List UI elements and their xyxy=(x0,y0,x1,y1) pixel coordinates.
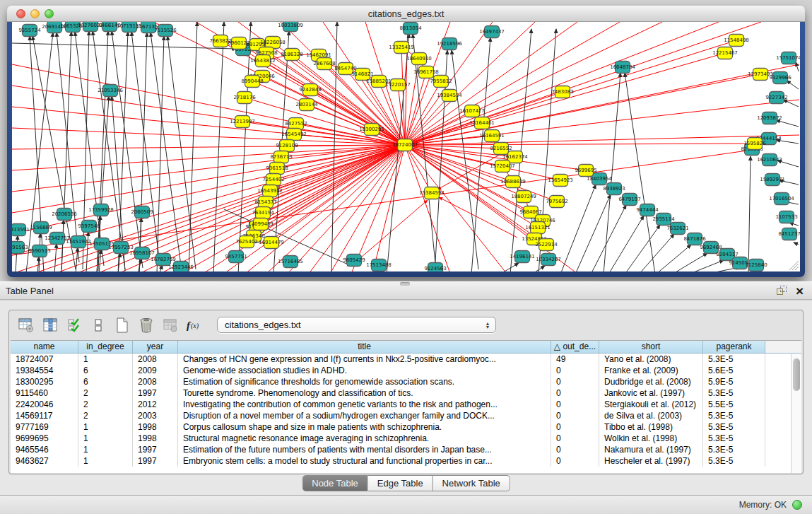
table-cell[interactable]: 0 xyxy=(551,387,599,399)
network-node[interactable]: 8471876 xyxy=(683,233,706,245)
network-node[interactable]: 8186328 xyxy=(281,49,302,61)
table-cell[interactable]: Nakamura et al. (1997) xyxy=(599,444,703,455)
scrollbar-thumb[interactable] xyxy=(793,358,800,391)
network-node[interactable]: 3913591 xyxy=(12,224,30,236)
table-cell[interactable]: 9699695 xyxy=(11,433,78,444)
table-row[interactable]: 1830029562008Estimation of significance … xyxy=(11,376,801,387)
column-header-title[interactable]: title xyxy=(178,341,551,353)
table-row[interactable]: 977716911998Corpus callosum shape and si… xyxy=(11,421,801,433)
network-node[interactable]: 12215467 xyxy=(712,47,738,59)
table-cell[interactable]: 2003 xyxy=(133,410,178,421)
create-column-button[interactable] xyxy=(112,315,132,335)
table-cell[interactable]: 5.3E-5 xyxy=(703,387,765,399)
table-cell[interactable]: Tourette syndrome. Phenomenology and cla… xyxy=(178,387,551,399)
minimize-window-icon[interactable] xyxy=(30,9,40,18)
network-graph[interactable]: 9355724206914061065328713276021646614010… xyxy=(12,22,800,271)
zoom-window-icon[interactable] xyxy=(45,9,54,18)
table-row[interactable]: 946554611997Estimation of the future num… xyxy=(11,444,801,455)
table-row[interactable]: 911546021997Tourette syndrome. Phenomeno… xyxy=(11,387,801,399)
table-row[interactable]: 1456911722003Disruption of a novel membe… xyxy=(11,410,801,421)
network-node[interactable]: 12923446 xyxy=(168,262,194,272)
table-cell[interactable]: 0 xyxy=(551,376,599,387)
table-cell[interactable]: 2 xyxy=(78,399,133,410)
table-cell[interactable]: Estimation of significance thresholds fo… xyxy=(178,376,551,387)
network-node[interactable]: 14196141 xyxy=(510,251,535,263)
table-cell[interactable]: 1 xyxy=(78,455,133,467)
table-cell[interactable]: 2008 xyxy=(133,354,178,365)
network-node[interactable]: 15716485 xyxy=(278,256,303,268)
network-node[interactable]: 1156869 xyxy=(30,222,52,234)
table-cell[interactable]: Tibbo et al. (1998) xyxy=(599,421,703,433)
table-row[interactable]: 1872400712008Changes of HCN gene express… xyxy=(11,354,801,365)
table-cell[interactable]: 0 xyxy=(551,455,599,467)
network-node[interactable]: 6479197 xyxy=(618,194,640,206)
table-cell[interactable]: Stergiakouli et al. (2012) xyxy=(599,399,703,410)
network-node[interactable]: 9457751 xyxy=(225,251,247,263)
table-options-button[interactable] xyxy=(16,315,36,335)
network-node[interactable]: 10688639 xyxy=(500,176,526,188)
network-node[interactable]: 16497437 xyxy=(479,26,505,38)
table-cell[interactable]: 6 xyxy=(78,376,133,387)
network-node[interactable]: 11548498 xyxy=(724,35,749,47)
table-cell[interactable]: 0 xyxy=(551,365,599,376)
table-cell[interactable]: 2 xyxy=(78,410,133,421)
tab-node-table[interactable]: Node Table xyxy=(302,475,368,491)
table-cell[interactable]: Changes of HCN gene expression and I(f) … xyxy=(178,354,551,365)
network-node[interactable]: 18640910 xyxy=(406,53,432,65)
network-node[interactable]: 9397548 xyxy=(78,221,100,233)
canvas-resize-grip[interactable] xyxy=(789,261,799,270)
table-cell[interactable]: 0 xyxy=(551,410,599,421)
table-cell[interactable]: 1 xyxy=(78,433,133,444)
column-header-name[interactable]: name xyxy=(11,341,78,353)
table-cell[interactable]: 9465546 xyxy=(11,444,78,455)
network-node[interactable]: 13325419 xyxy=(389,42,414,54)
column-header-in_degree[interactable]: in_degree xyxy=(78,341,133,353)
network-node[interactable]: 9355724 xyxy=(18,25,41,37)
table-cell[interactable]: 5.3E-5 xyxy=(703,410,765,421)
network-node[interactable]: 16210643 xyxy=(757,154,782,166)
table-cell[interactable]: Disruption of a novel member of a sodium… xyxy=(178,410,551,421)
table-cell[interactable]: Wolkin et al. (1998) xyxy=(599,433,703,444)
column-header-year[interactable]: year xyxy=(133,341,178,353)
table-cell[interactable]: 1 xyxy=(78,421,133,433)
table-cell[interactable]: Yano et al. (2008) xyxy=(599,354,703,365)
close-window-icon[interactable] xyxy=(16,9,25,18)
panel-resize-handle[interactable] xyxy=(400,282,410,286)
network-node[interactable]: 15892971 xyxy=(760,174,785,186)
table-vertical-scrollbar[interactable] xyxy=(791,354,801,473)
delete-table-button[interactable] xyxy=(160,315,180,335)
table-cell[interactable]: 5.5E-5 xyxy=(703,399,765,410)
table-selector[interactable]: citations_edges.txt ▲▼ xyxy=(217,317,496,333)
table-row[interactable]: 969969511998Structural magnetic resonanc… xyxy=(11,433,801,444)
network-node[interactable]: 9474444 xyxy=(636,204,659,216)
table-cell[interactable]: 9463627 xyxy=(11,455,78,467)
table-header-row[interactable]: namein_degreeyeartitle△ out_de...shortpa… xyxy=(11,341,801,354)
table-cell[interactable]: 18300295 xyxy=(11,376,78,387)
table-cell[interactable]: 5.3E-5 xyxy=(703,354,765,365)
table-cell[interactable]: 14569117 xyxy=(11,410,78,421)
table-cell[interactable]: 1997 xyxy=(133,455,178,467)
table-cell[interactable]: 1997 xyxy=(133,444,178,455)
network-node[interactable]: 7975692 xyxy=(546,196,567,208)
table-cell[interactable]: Investigating the contribution of common… xyxy=(178,399,551,410)
network-node[interactable]: 15751074 xyxy=(776,52,800,64)
table-cell[interactable]: Structural magnetic resonance image aver… xyxy=(178,433,551,444)
network-node[interactable]: 9227342 xyxy=(765,92,787,104)
network-node[interactable]: 17359928 xyxy=(88,204,114,216)
table-cell[interactable]: 2009 xyxy=(133,365,178,376)
table-cell[interactable]: 2012 xyxy=(133,399,178,410)
table-cell[interactable]: 22420046 xyxy=(11,399,78,410)
close-panel-icon[interactable]: × xyxy=(796,286,804,296)
table-cell[interactable]: Jankovic et al. (1997) xyxy=(599,387,703,399)
table-cell[interactable]: 5.3E-5 xyxy=(703,455,765,467)
table-cell[interactable]: Franke et al. (2009) xyxy=(599,365,703,376)
show-columns-button[interactable] xyxy=(40,315,60,335)
network-node[interactable]: 9128109 xyxy=(276,140,298,152)
table-row[interactable]: 1938455462009Genome-wide association stu… xyxy=(11,365,801,376)
table-cell[interactable]: 18724007 xyxy=(11,354,78,365)
table-cell[interactable]: 1998 xyxy=(133,433,178,444)
tab-edge-table[interactable]: Edge Table xyxy=(368,475,433,491)
table-cell[interactable]: Genome-wide association studies in ADHD. xyxy=(178,365,551,376)
network-node[interactable]: 12093872 xyxy=(757,112,782,124)
network-node[interactable]: 12213987 xyxy=(230,116,255,128)
